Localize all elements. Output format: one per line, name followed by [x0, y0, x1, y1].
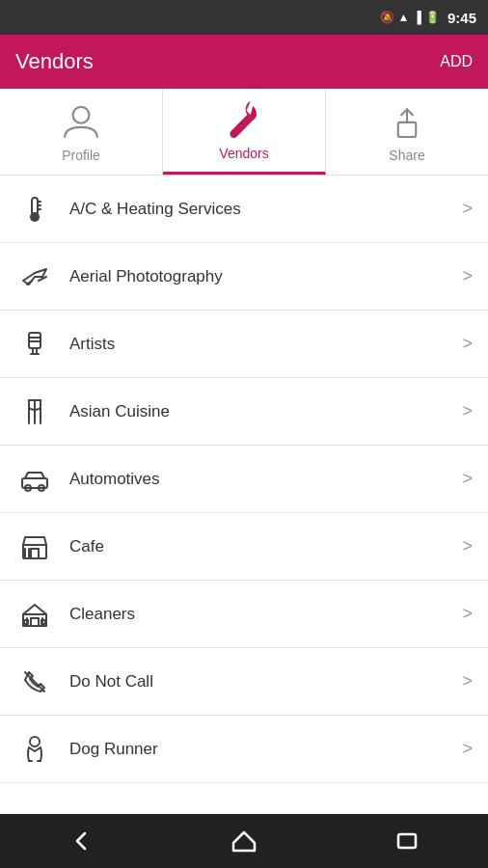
list-label-aerial-photo: Aerial Phototography	[69, 267, 462, 286]
recent-button[interactable]	[378, 822, 436, 860]
app-header: Vendors ADD	[0, 35, 488, 89]
plane-icon	[15, 258, 54, 296]
svg-rect-20	[31, 549, 39, 558]
svg-rect-24	[31, 618, 39, 626]
add-button[interactable]: ADD	[440, 53, 473, 70]
notification-icon: 🔕	[380, 11, 394, 24]
list-label-cleaners: Cleaners	[69, 605, 462, 624]
svg-marker-31	[233, 832, 255, 851]
chevron-icon-do-not-call: >	[462, 671, 473, 692]
header-title: Vendors	[15, 49, 94, 74]
list-label-artists: Artists	[69, 335, 462, 354]
tab-bar: Profile Vendors Share	[0, 89, 488, 176]
svg-point-3	[30, 212, 40, 222]
car-icon	[15, 460, 54, 499]
tab-profile[interactable]: Profile	[0, 89, 163, 175]
status-icons: 🔕 ▲ ▐ 🔋	[380, 11, 440, 24]
list-label-asian-cuisine: Asian Cuisine	[69, 402, 462, 421]
tab-vendors[interactable]: Vendors	[163, 89, 326, 175]
chevron-icon-automotives: >	[462, 469, 473, 489]
thermometer-icon	[15, 190, 54, 229]
brush-icon	[15, 325, 54, 364]
profile-icon	[61, 101, 101, 142]
list-item-dog-runner[interactable]: Dog Runner >	[0, 716, 488, 783]
list-item-ac-heating[interactable]: A/C & Heating Services >	[0, 176, 488, 243]
chevron-icon-dog-runner: >	[462, 739, 473, 759]
chevron-icon-asian-cuisine: >	[462, 401, 473, 421]
vendor-list: A/C & Heating Services > Aerial Phototog…	[0, 176, 488, 814]
status-bar: 🔕 ▲ ▐ 🔋 9:45	[0, 0, 488, 35]
chevron-icon-cafe: >	[462, 536, 473, 556]
person-icon	[15, 730, 54, 769]
building-icon	[15, 595, 54, 634]
back-button[interactable]	[52, 822, 110, 860]
status-time: 9:45	[447, 10, 476, 26]
list-label-cafe: Cafe	[69, 537, 462, 556]
store-icon	[15, 528, 54, 566]
svg-point-30	[30, 737, 40, 746]
svg-point-0	[73, 106, 90, 122]
chevron-icon-ac-heating: >	[462, 199, 473, 219]
list-item-cafe[interactable]: Cafe >	[0, 513, 488, 581]
chevron-icon-aerial-photo: >	[462, 266, 473, 286]
svg-rect-32	[398, 834, 416, 848]
list-item-do-not-call[interactable]: Do Not Call >	[0, 648, 488, 716]
list-label-do-not-call: Do Not Call	[69, 672, 462, 692]
list-item-asian-cuisine[interactable]: Asian Cuisine >	[0, 378, 488, 446]
list-item-aerial-photo[interactable]: Aerial Phototography >	[0, 243, 488, 311]
wifi-icon: ▲	[398, 11, 410, 24]
tab-share[interactable]: Share	[326, 89, 488, 175]
vendors-icon	[224, 99, 264, 140]
list-label-automotives: Automotives	[69, 470, 462, 489]
home-button[interactable]	[215, 822, 273, 860]
signal-icon: ▐	[413, 11, 421, 24]
phone-off-icon	[15, 663, 54, 701]
share-icon	[387, 101, 427, 142]
chevron-icon-artists: >	[462, 334, 473, 354]
list-item-automotives[interactable]: Automotives >	[0, 446, 488, 513]
tab-share-label: Share	[389, 148, 424, 163]
chevron-icon-cleaners: >	[462, 604, 473, 624]
svg-rect-18	[23, 545, 46, 558]
fork-icon	[15, 393, 54, 431]
list-item-artists[interactable]: Artists >	[0, 311, 488, 378]
tab-vendors-label: Vendors	[219, 146, 268, 161]
list-label-ac-heating: A/C & Heating Services	[69, 200, 462, 219]
list-label-dog-runner: Dog Runner	[69, 740, 462, 759]
bottom-nav	[0, 814, 488, 868]
list-item-cleaners[interactable]: Cleaners >	[0, 581, 488, 648]
svg-rect-1	[398, 122, 416, 136]
battery-icon: 🔋	[425, 11, 440, 24]
tab-profile-label: Profile	[62, 148, 100, 163]
